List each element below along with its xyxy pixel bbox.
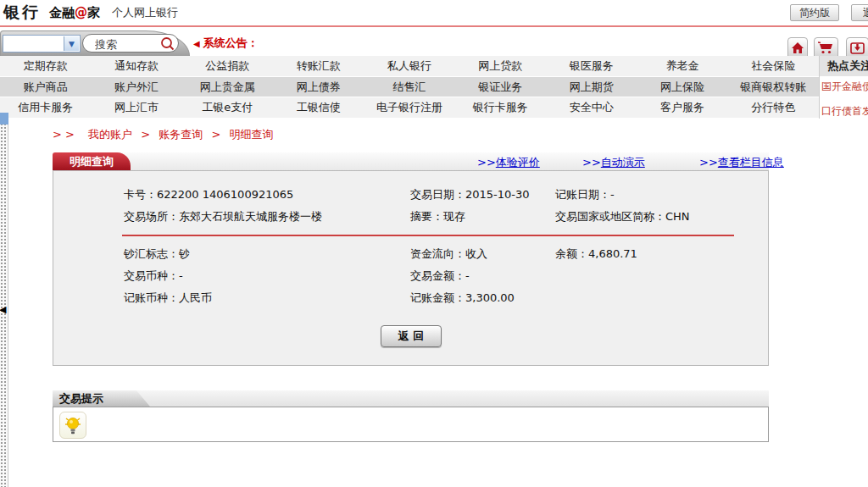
menu-collapse-strip[interactable]: ◀ [0, 113, 8, 487]
link-experience-rating[interactable]: >>体验评价 [477, 155, 540, 170]
field-value: - [610, 188, 615, 201]
menu-row-2: 账户商品 账户外汇 网上贵金属 网上债券 结售汇 银证业务 网上期货 网上保险 … [0, 76, 819, 97]
field-label: 摘要： [410, 210, 443, 223]
field-card-number: 卡号：622200 1406100921065 [124, 187, 293, 202]
field-label: 交易国家或地区简称： [555, 210, 665, 223]
hot-link-exim-bond[interactable]: 口行债首发 [820, 104, 868, 119]
menu-item-bank-card-service[interactable]: 银行卡服务 [455, 97, 546, 118]
menu-item-bank-securities[interactable]: 银证业务 [455, 77, 546, 97]
breadcrumb-prefix: > > [53, 128, 75, 141]
field-label: 交易场所： [124, 210, 179, 223]
field-value: 622200 1406100921065 [157, 188, 293, 201]
main-menu: 定期存款 通知存款 公益捐款 转账汇款 私人银行 网上贷款 银医服务 养老金 社… [0, 56, 819, 118]
field-transaction-currency: 交易币种：- [124, 268, 183, 284]
tips-bulb-tile [59, 412, 86, 439]
hot-topics-panel: 热点关注 国开金融债 口行债首发 [819, 56, 868, 119]
field-value: 2015-10-30 [465, 188, 530, 201]
menu-item-social-insurance[interactable]: 社会保险 [728, 56, 819, 76]
menu-item-fx-settlement[interactable]: 结售汇 [364, 77, 454, 97]
menu-row-1: 定期存款 通知存款 公益捐款 转账汇款 私人银行 网上贷款 银医服务 养老金 社… [0, 56, 819, 76]
field-value: 4,680.71 [588, 247, 637, 260]
announcement-label: 系统公告： [203, 36, 259, 51]
tips-tabstrip: 交易提示 [53, 390, 769, 407]
hot-topics-title: 热点关注 [820, 56, 868, 76]
menu-item-medical[interactable]: 银医服务 [546, 56, 637, 76]
detail-tabstrip: 明细查询 >>体验评价 >>自动演示 >>查看栏目信息 [53, 152, 769, 170]
field-balance: 余额：4,680.71 [555, 246, 637, 262]
field-value: 人民币 [179, 291, 212, 304]
link-arrows: >> [477, 156, 496, 169]
menu-item-icbc-epay[interactable]: 工银e支付 [182, 97, 273, 118]
back-button[interactable]: 返 回 [381, 325, 442, 347]
link-label[interactable]: 体验评价 [496, 156, 540, 169]
menu-row-3: 信用卡服务 网上汇市 工银e支付 工银信使 电子银行注册 银行卡服务 安全中心 … [0, 97, 819, 118]
menu-item-precious-metal[interactable]: 网上贵金属 [182, 77, 273, 97]
field-value: 收入 [465, 247, 487, 260]
menu-item-pension[interactable]: 养老金 [637, 56, 727, 76]
menu-item-private-banking[interactable]: 私人银行 [364, 56, 454, 76]
brand-text: 金融@家 [49, 5, 100, 21]
field-row: 卡号：622200 1406100921065 交易日期：2015-10-30 … [53, 187, 768, 202]
magnifier-icon[interactable] [160, 36, 175, 51]
chevron-down-icon[interactable]: ▼ [64, 36, 79, 51]
field-row: 交易场所：东郊大石坝航天城服务楼一楼 摘要：现存 交易国家或地区简称：CHN [53, 209, 768, 224]
menu-item-online-loan[interactable]: 网上贷款 [455, 56, 546, 76]
menu-item-branch-features[interactable]: 分行特色 [728, 97, 819, 118]
brand-left: 金融 [49, 5, 75, 20]
menu-item-credit-card[interactable]: 信用卡服务 [0, 97, 91, 118]
simple-version-button[interactable]: 简约版 [790, 4, 839, 21]
menu-item-fixed-deposit[interactable]: 定期存款 [0, 56, 91, 76]
field-transaction-amount: 交易金额：- [410, 268, 470, 284]
menu-item-online-bonds[interactable]: 网上债券 [273, 77, 364, 97]
search-input[interactable] [93, 36, 161, 53]
link-view-column-info[interactable]: >>查看栏目信息 [699, 155, 784, 170]
menu-item-fx-market[interactable]: 网上汇市 [91, 97, 181, 118]
menu-item-transfer[interactable]: 转账汇款 [273, 56, 364, 76]
menu-item-bank-equity-transfer[interactable]: 银商银权转账 [728, 77, 819, 97]
bank-logo: 银行 金融@家 个人网上银行 [3, 0, 178, 25]
menu-item-charity[interactable]: 公益捐款 [182, 56, 273, 76]
collapse-arrow-icon[interactable]: ◀ [0, 304, 6, 316]
link-auto-demo[interactable]: >>自动演示 [582, 155, 645, 170]
field-booking-amount: 记账金额：3,300.00 [410, 291, 515, 306]
link-label[interactable]: 自动演示 [601, 156, 645, 169]
tab-transaction-tips: 交易提示 [53, 390, 150, 407]
menu-item-account-forex[interactable]: 账户外汇 [91, 77, 181, 97]
hot-link-cdb-bond[interactable]: 国开金融债 [820, 80, 868, 94]
field-value: 现存 [443, 210, 465, 223]
speaker-icon: ◀ [193, 39, 200, 48]
top-header: 银行 金融@家 个人网上银行 简约版 退 [0, 0, 868, 27]
field-value: 钞 [179, 247, 190, 260]
field-transaction-date: 交易日期：2015-10-30 [410, 187, 530, 202]
breadcrumb-detail-inquiry[interactable]: 明细查询 [229, 128, 273, 141]
transaction-detail-panel: 卡号：622200 1406100921065 交易日期：2015-10-30 … [53, 170, 769, 366]
brand-at: @ [75, 5, 87, 20]
menu-item-account-commodity[interactable]: 账户商品 [0, 77, 91, 97]
page: 银行 金融@家 个人网上银行 简约版 退 ▼ ◀ 系统公告： [0, 0, 868, 487]
link-label[interactable]: 查看栏目信息 [718, 156, 784, 169]
field-label: 记账日期： [555, 188, 610, 201]
menu-item-icbc-messenger[interactable]: 工银信使 [273, 97, 364, 118]
field-label: 资金流向： [410, 247, 465, 260]
menu-item-online-insurance[interactable]: 网上保险 [637, 77, 727, 97]
category-select[interactable]: ▼ [3, 35, 81, 53]
menu-item-customer-service[interactable]: 客户服务 [637, 97, 727, 118]
tab-detail-inquiry: 明细查询 [53, 152, 131, 170]
breadcrumb-account-inquiry[interactable]: 账务查询 [159, 128, 203, 141]
lightbulb-icon [64, 415, 82, 435]
collapse-handle[interactable] [0, 113, 8, 125]
field-fund-direction: 资金流向：收入 [410, 246, 487, 262]
field-label: 交易币种： [124, 269, 179, 282]
field-cash-remit-flag: 钞汇标志：钞 [124, 246, 190, 262]
menu-item-notice-deposit[interactable]: 通知存款 [91, 56, 181, 76]
search-box[interactable] [82, 34, 179, 53]
clipped-header-button[interactable]: 退 [851, 4, 868, 21]
field-row: 交易币种：- 交易金额：- [53, 268, 768, 284]
system-announcement: ◀ 系统公告： [193, 36, 259, 51]
menu-item-security-center[interactable]: 安全中心 [546, 97, 637, 118]
field-value: - [179, 269, 183, 282]
bank-logo-text: 银行 [3, 2, 41, 24]
breadcrumb-my-accounts[interactable]: 我的账户 [88, 128, 132, 141]
menu-item-ebank-register[interactable]: 电子银行注册 [364, 97, 454, 118]
menu-item-online-futures[interactable]: 网上期货 [546, 77, 637, 97]
